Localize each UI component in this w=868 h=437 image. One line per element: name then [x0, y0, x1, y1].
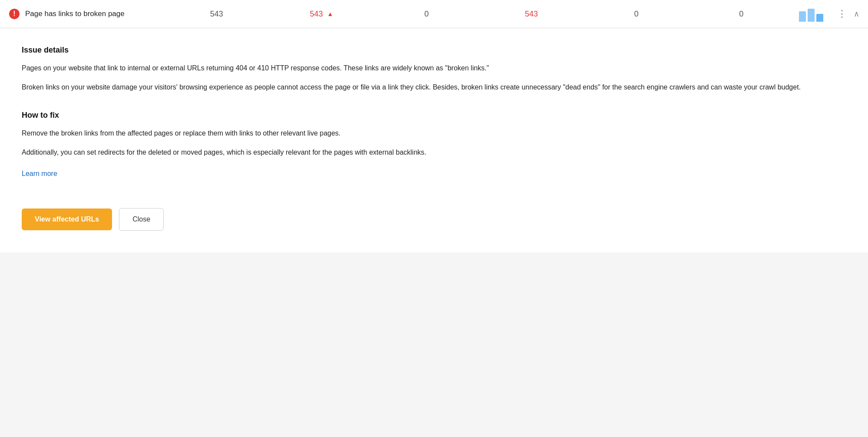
- issue-details-p2: Broken links on your website damage your…: [22, 82, 846, 93]
- issue-details-p1: Pages on your website that link to inter…: [22, 63, 846, 74]
- stat-zero-3: 0: [689, 10, 794, 19]
- issue-title: Page has links to broken page: [25, 9, 164, 19]
- chart-bar-2: [808, 9, 815, 22]
- button-row: View affected URLs Close: [22, 208, 846, 231]
- how-to-fix-p2: Additionally, you can set redirects for …: [22, 147, 846, 158]
- header-stats: 543 543 ▲ 0 543 0 0: [164, 6, 828, 22]
- stat-zero-1: 0: [374, 10, 479, 19]
- stat-critical-value: 543: [310, 10, 323, 19]
- collapse-icon[interactable]: ∧: [854, 9, 859, 19]
- more-options-icon[interactable]: ⋮: [837, 8, 847, 20]
- content-panel: Issue details Pages on your website that…: [0, 28, 868, 252]
- stat-critical-pair: 543 ▲: [269, 10, 374, 19]
- issue-details-title: Issue details: [22, 46, 846, 55]
- how-to-fix-p1: Remove the broken links from the affecte…: [22, 128, 846, 139]
- main-container: ! Page has links to broken page 543 543 …: [0, 0, 868, 437]
- how-to-fix-section: How to fix Remove the broken links from …: [22, 111, 846, 191]
- how-to-fix-title: How to fix: [22, 111, 846, 120]
- stat-total: 543: [164, 10, 269, 19]
- chart-bar-1: [799, 11, 806, 22]
- close-button[interactable]: Close: [119, 208, 164, 231]
- stat-zero-2: 0: [584, 10, 689, 19]
- stat-critical: 543 ▲: [269, 10, 374, 19]
- view-affected-urls-button[interactable]: View affected URLs: [22, 209, 112, 230]
- stat-errors: 543: [479, 10, 584, 19]
- svg-text:!: !: [13, 10, 15, 17]
- error-icon: !: [9, 8, 20, 20]
- chart-bar-3: [816, 14, 823, 22]
- sparkline-chart: [794, 6, 828, 22]
- header-actions: ⋮ ∧: [837, 8, 859, 20]
- header-row: ! Page has links to broken page 543 543 …: [0, 0, 868, 28]
- issue-details-section: Issue details Pages on your website that…: [22, 46, 846, 93]
- learn-more-link[interactable]: Learn more: [22, 170, 57, 178]
- trend-up-icon: ▲: [327, 10, 333, 17]
